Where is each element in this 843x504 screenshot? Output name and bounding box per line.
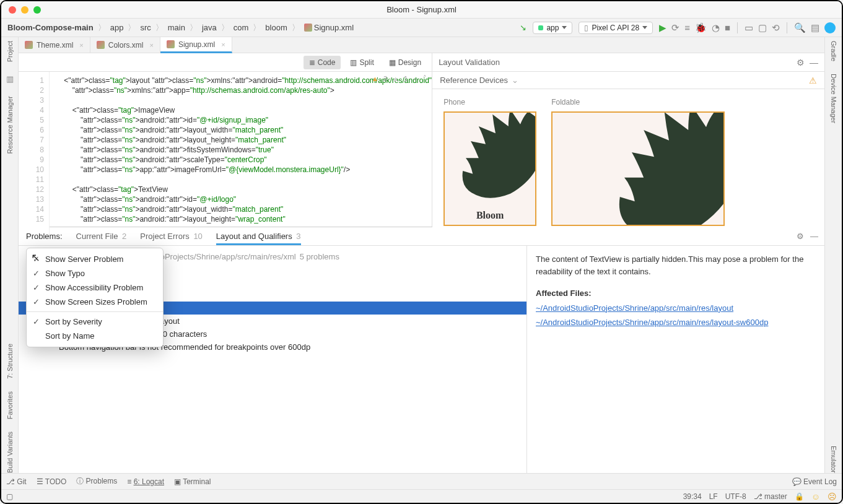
tool-resource-manager[interactable]: Resource Manager — [6, 96, 14, 154]
context-menu-item[interactable]: Show Server Problem — [27, 252, 163, 266]
file-icon — [304, 24, 312, 32]
file-encoding[interactable]: UTF-8 — [725, 492, 746, 501]
breadcrumb-item[interactable]: bloom — [265, 23, 287, 32]
code-editor[interactable]: 123456789101112131415 <"attr">class="tag… — [19, 72, 432, 235]
context-menu-item[interactable]: Show Screen Sizes Problem — [27, 295, 163, 309]
view-mode-design[interactable]: ▦ Design — [383, 56, 427, 69]
tool-event-log[interactable]: 💬 Event Log — [792, 477, 837, 486]
breadcrumb-item[interactable]: java — [202, 23, 217, 32]
build-icon[interactable]: ↘ — [520, 23, 526, 32]
view-mode-split[interactable]: ▥ Split — [344, 56, 379, 69]
chevron-down-icon — [642, 26, 647, 29]
ide-happy-icon[interactable]: ☺ — [811, 492, 820, 502]
git-branch[interactable]: ⎇ master — [754, 492, 787, 501]
tool-project[interactable]: Project — [6, 41, 14, 62]
close-icon[interactable]: × — [149, 41, 153, 49]
affected-file-link[interactable]: ~/AndroidStudioProjects/Shrine/app/src/m… — [536, 316, 816, 329]
device-selector[interactable]: ▯ Pixel C API 28 — [579, 22, 653, 34]
tool-emulator[interactable]: Emulator — [830, 446, 837, 473]
tool-device-manager[interactable]: Device Manager — [830, 74, 837, 123]
problems-tab[interactable]: Project Errors 10 — [140, 232, 203, 243]
window-controls — [1, 6, 41, 14]
preview-subheader[interactable]: Reference Devices ⌄ ⚠ — [432, 72, 824, 89]
minimize-icon[interactable]: — — [810, 232, 818, 241]
folder-icon[interactable]: ▥ — [6, 74, 14, 84]
code-content[interactable]: <"attr">class="tag">layout "attr">class=… — [50, 72, 432, 235]
settings-icon[interactable]: ⚙ — [797, 58, 805, 67]
tool-gradle[interactable]: Gradle — [830, 41, 837, 61]
context-menu-item[interactable]: Sort by Severity — [27, 315, 163, 329]
run-button[interactable]: ▶ — [659, 22, 666, 33]
zoom-window-button[interactable] — [33, 6, 41, 14]
problems-tab[interactable]: Current File 2 — [76, 232, 127, 243]
editor-tab[interactable]: Signup.xml× — [160, 37, 232, 53]
breadcrumb-item[interactable]: main — [168, 23, 185, 32]
context-menu-item[interactable]: Sort by Name — [27, 329, 163, 343]
preview-device[interactable]: PhoneBloom — [443, 98, 536, 226]
settings-icon[interactable]: ⚙ — [797, 232, 804, 241]
bloom-logo-text: Bloom — [445, 210, 535, 221]
inspection-badges[interactable]: ▲3 ▲1 ⌄ ˄ — [372, 74, 427, 82]
minimize-window-button[interactable] — [21, 6, 28, 14]
context-menu-item[interactable]: Show Typo — [27, 266, 163, 280]
chevron-up-icon[interactable]: ˄ — [423, 74, 427, 82]
file-icon — [97, 41, 105, 49]
breadcrumb[interactable]: Bloom-Compose-main〉app〉src〉main〉java〉com… — [7, 22, 354, 33]
chevron-down-icon[interactable]: ⌄ — [413, 74, 418, 82]
avd-manager-icon[interactable]: ▭ — [745, 22, 753, 33]
tool-structure[interactable]: 7: Structure — [6, 344, 14, 379]
device-frame — [551, 111, 725, 226]
warning-icon[interactable]: ⚠ — [809, 76, 817, 85]
context-menu-item[interactable]: Show Accessibility Problem — [27, 280, 163, 295]
view-mode-code[interactable]: ≣ Code — [304, 56, 341, 69]
chevron-down-icon — [562, 26, 567, 29]
problem-description: The content of TextView is partially hid… — [536, 253, 816, 277]
weak-warning-icon: ▲ — [392, 75, 399, 82]
editor-tab[interactable]: Colors.xml× — [90, 37, 160, 53]
filter-context-menu[interactable]: Show Server ProblemShow TypoShow Accessi… — [26, 248, 164, 347]
right-tool-strip: Gradle Device Manager Emulator — [824, 37, 842, 473]
profiler-icon[interactable]: ◔ — [712, 22, 720, 33]
search-icon[interactable]: 🔍 — [794, 22, 806, 33]
breadcrumb-item[interactable]: app — [110, 23, 124, 32]
device-label: Pixel C API 28 — [592, 24, 639, 32]
tool-terminal[interactable]: ▣ Terminal — [174, 477, 211, 486]
tool-git[interactable]: ⎇ Git — [6, 477, 27, 486]
affected-files-label: Affected Files: — [536, 287, 816, 300]
tool-favorites[interactable]: Favorites — [6, 391, 14, 419]
breadcrumb-item[interactable]: com — [234, 23, 249, 32]
navigation-bar: Bloom-Compose-main〉app〉src〉main〉java〉com… — [1, 19, 842, 37]
chevron-down-icon: ⌄ — [512, 76, 518, 85]
cursor-position[interactable]: 39:34 — [683, 492, 702, 501]
preview-canvas[interactable]: PhoneBloomFoldable — [432, 89, 824, 235]
breadcrumb-item[interactable]: Signup.xml — [304, 23, 354, 32]
ide-sad-icon[interactable]: ☹ — [828, 492, 837, 502]
sdk-manager-icon[interactable]: ▢ — [758, 22, 767, 33]
editor-tab[interactable]: Theme.xml× — [19, 37, 90, 53]
account-avatar[interactable] — [824, 22, 836, 33]
tool-problems[interactable]: ⓘ Problems — [76, 476, 117, 487]
tool-build-variants[interactable]: Build Variants — [6, 432, 14, 473]
problems-tab[interactable]: Layout and Qualifiers 3 — [216, 232, 301, 245]
stop-icon[interactable]: ■ — [725, 22, 730, 33]
tool-logcat[interactable]: ≡ 6: Logcat — [127, 477, 164, 486]
line-separator[interactable]: LF — [709, 492, 718, 501]
lock-icon[interactable]: 🔒 — [795, 492, 804, 501]
close-icon[interactable]: × — [221, 41, 225, 48]
tool-todo[interactable]: ☰ TODO — [37, 477, 67, 486]
close-window-button[interactable] — [9, 6, 16, 14]
problems-list[interactable]: 👁 ⌄ Signup.xml ~/AndroidStudioProjects/S… — [19, 246, 527, 473]
settings-icon[interactable]: ▤ — [811, 22, 819, 33]
affected-file-link[interactable]: ~/AndroidStudioProjects/Shrine/app/src/m… — [536, 302, 816, 315]
debug-icon[interactable]: 🐞 — [695, 22, 707, 33]
apply-changes-icon[interactable]: ⟳ — [671, 22, 679, 33]
preview-device[interactable]: Foldable — [551, 98, 725, 226]
tool-window-button-icon[interactable]: ▢ — [6, 492, 13, 501]
sync-icon[interactable]: ⟲ — [772, 22, 780, 33]
close-icon[interactable]: × — [79, 41, 83, 49]
apply-code-icon[interactable]: ≡ — [684, 22, 690, 33]
breadcrumb-item[interactable]: Bloom-Compose-main — [7, 23, 94, 32]
minimize-icon[interactable]: — — [810, 58, 818, 67]
breadcrumb-item[interactable]: src — [140, 23, 151, 32]
run-config-selector[interactable]: app — [533, 22, 572, 34]
